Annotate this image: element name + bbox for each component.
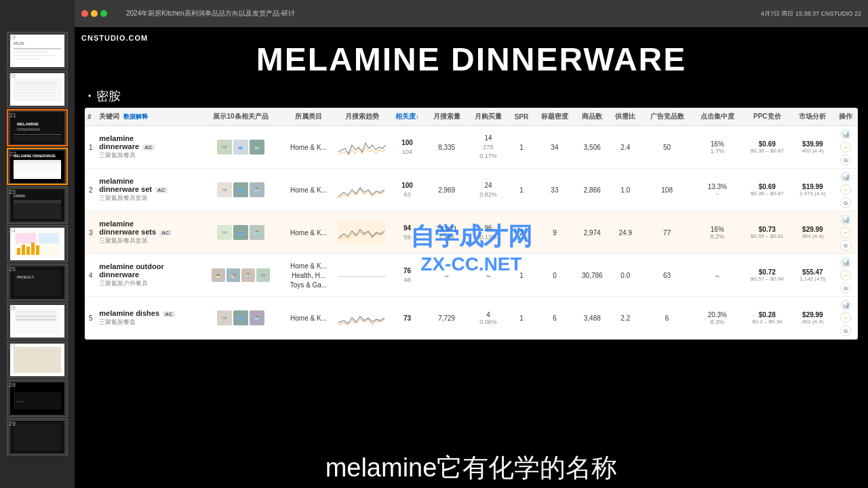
ppc-cell: $0.69 $0.36 – $0.87 (743, 169, 792, 211)
chart-icon[interactable]: 📊 (840, 171, 851, 182)
svg-rect-13 (14, 134, 61, 135)
chart-icon[interactable]: 📊 (840, 214, 851, 225)
caption-text: melamine它有化学的名称 (326, 451, 618, 485)
slide-23[interactable]: 23 DINING (7, 186, 68, 224)
row-num: 4 (85, 254, 96, 297)
data-table-container[interactable]: # 关键词 数据解释 展示10条相关产品 所属类目 月搜索趋势 相关度↓ 月搜索… (78, 108, 865, 340)
col-category: 所属类目 (281, 108, 336, 126)
action-cell[interactable]: 📊 – G (833, 254, 858, 297)
slide-27[interactable]: 27 (7, 341, 68, 378)
slide-26[interactable]: 26 (7, 302, 68, 340)
spr-cell: 1 (509, 254, 534, 297)
svg-rect-7 (16, 87, 56, 88)
window-title: 2024年厨房Kitchen高利润单品品方向以及发货产品-研讨 (126, 9, 295, 18)
google-icon[interactable]: G (840, 283, 851, 293)
products-count-cell: 3,488 (576, 297, 609, 340)
price-cell: $55.47 1,142 (4.5) (792, 254, 833, 297)
minus-icon[interactable]: – (840, 270, 851, 281)
svg-text:PRODUCT: PRODUCT (17, 275, 34, 279)
chart-icon[interactable]: 📊 (840, 300, 851, 310)
svg-rect-29 (26, 247, 30, 255)
minus-icon[interactable]: – (840, 184, 851, 195)
svg-rect-28 (22, 245, 25, 255)
svg-rect-9 (16, 92, 56, 94)
action-cell[interactable]: 📊 – G (833, 169, 858, 211)
google-icon[interactable]: G (840, 325, 851, 336)
keyword-cell: melamine dishes AC 三聚氰胺餐盘 (96, 297, 200, 340)
trend-cell (336, 211, 389, 254)
buy-vol-cell: 24 0.82% (467, 169, 509, 211)
trend-cell (336, 254, 389, 297)
category-cell: Home & K... (281, 211, 336, 254)
col-search-vol: 月搜索量 (426, 108, 467, 126)
supply-demand-cell: 2.4 (609, 126, 642, 169)
col-trend: 月搜索趋势 (336, 108, 389, 126)
google-icon[interactable]: G (840, 197, 851, 208)
price-cell: $39.99 402 (4.4) (792, 126, 833, 169)
chart-icon[interactable]: 📊 (840, 257, 851, 268)
table-row: 4 melamine outdoordinnerware 三聚氰胺户外餐具 🥗 … (85, 254, 858, 297)
svg-rect-20 (14, 169, 61, 171)
trend-cell (336, 126, 389, 169)
title-density-cell: 0 (534, 254, 575, 297)
product-imgs-cell: 🍽 🥣 🫙 (200, 211, 281, 254)
slide-29[interactable]: 29 (7, 418, 68, 455)
spr-cell: 1 (509, 126, 534, 169)
buy-vol-cell: 4 0.06% (467, 297, 509, 340)
google-icon[interactable]: G (840, 155, 851, 165)
category-cell: Home & K... Health, H... Toys & Ga... (281, 254, 336, 297)
slide-25[interactable]: 25 PRODUCT (7, 264, 68, 301)
row-num: 5 (85, 297, 96, 340)
svg-rect-35 (16, 310, 56, 314)
caption-bar: melamine它有化学的名称 (75, 447, 868, 488)
table-row: 1 melaminedinnerware AC 三聚氰胺餐具 🍽 🥣 🫙 (85, 126, 858, 169)
action-cell[interactable]: 📊 – G (833, 211, 858, 254)
svg-rect-23 (14, 200, 61, 203)
products-count-cell: 3,506 (576, 126, 609, 169)
slide-24[interactable]: 24 (7, 225, 68, 262)
logo: CNSTUDIO.COM (81, 34, 148, 42)
action-cell[interactable]: 📊 – G (833, 297, 858, 340)
price-cell: $29.99 402 (4.4) (792, 297, 833, 340)
relevance-cell: 100 104 (389, 126, 426, 169)
keyword-table: # 关键词 数据解释 展示10条相关产品 所属类目 月搜索趋势 相关度↓ 月搜索… (85, 108, 858, 340)
svg-rect-4 (14, 58, 41, 60)
spr-cell: 1 (509, 169, 534, 211)
minus-icon[interactable]: – (840, 227, 851, 238)
svg-rect-36 (16, 315, 56, 317)
trend-cell (336, 297, 389, 340)
slide-19[interactable]: 19 ATLAS (7, 32, 68, 69)
action-cell[interactable]: 📊 – G (833, 126, 858, 169)
relevance-cell: 76 48 (389, 254, 426, 297)
svg-rect-32 (14, 270, 61, 296)
product-imgs-cell: 🍽 🥣 🫙 (200, 126, 281, 169)
svg-rect-14 (14, 136, 61, 142)
price-cell: $29.99 364 (4.4) (792, 211, 833, 254)
svg-rect-17 (14, 160, 61, 163)
buy-vol-cell: 14 278 0.17% (467, 126, 509, 169)
col-num: # (85, 108, 96, 126)
chart-icon[interactable]: 📊 (840, 129, 851, 140)
products-count-cell: 2,974 (576, 211, 609, 254)
svg-rect-2 (14, 52, 47, 53)
minus-icon[interactable]: – (840, 142, 851, 152)
main-slide-area: 2024年厨房Kitchen高利润单品品方向以及发货产品-研讨 4月7日 周日 … (75, 0, 868, 488)
supply-demand-cell: 0.0 (609, 254, 642, 297)
svg-rect-30 (31, 243, 35, 255)
ad-products-cell: 108 (642, 169, 692, 211)
slide-20[interactable]: 20 (7, 70, 68, 108)
product-imgs-cell: 🥗 🍜 🫙 🍽 (200, 254, 281, 297)
slide-28[interactable]: 28 bottle (7, 380, 68, 417)
ppc-cell: $0.28 $0.2 – $0.34 (743, 297, 792, 340)
google-icon[interactable]: G (840, 240, 851, 251)
slide-21[interactable]: 21 MELAMINE DINNERWARE (7, 109, 68, 146)
svg-text:ATLAS: ATLAS (14, 41, 24, 45)
minus-icon[interactable]: – (840, 312, 851, 323)
keyword-cell: melamine outdoordinnerware 三聚氰胺户外餐具 (96, 254, 200, 297)
slide-22[interactable]: 22 MELAMINE DINNERWARE (7, 148, 68, 185)
relevance-cell: 94 59 (389, 211, 426, 254)
col-supply-demand: 供需比 (609, 108, 642, 126)
svg-rect-37 (16, 319, 56, 321)
col-spr: SPR (509, 108, 534, 126)
col-ppc: PPC竞价 (743, 108, 792, 126)
